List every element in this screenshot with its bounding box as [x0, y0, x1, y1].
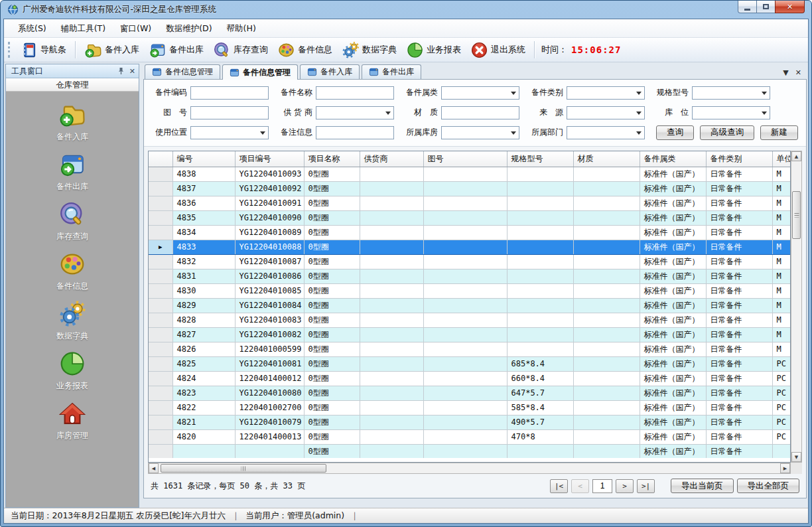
table-row[interactable]: 4821YG122040100790型圈490*5.7标准件（国产）日常备件PC	[149, 415, 791, 429]
part-code-input[interactable]	[190, 86, 269, 100]
material-input[interactable]	[441, 106, 519, 119]
new-button[interactable]: 新建	[760, 125, 798, 140]
part-name-input[interactable]	[316, 86, 394, 100]
toolbar-grip-icon[interactable]	[8, 42, 13, 58]
part-class-select[interactable]	[441, 86, 519, 100]
table-cell: M	[772, 254, 791, 269]
table-row[interactable]: 4837YG122040100920型圈标准件（国产）日常备件M	[149, 181, 791, 196]
column-header[interactable]: 单位	[772, 151, 791, 167]
column-header[interactable]: 材质	[573, 151, 640, 167]
table-row[interactable]: 4829YG122040100840型圈标准件（国产）日常备件M	[149, 298, 791, 313]
query-button[interactable]: 查询	[656, 125, 694, 140]
tab[interactable]: 备件出库	[362, 64, 421, 79]
table-row[interactable]: 4823YG122040100800型圈647*5.7标准件（国产）日常备件PC	[149, 386, 791, 400]
table-row-selected[interactable]: ▶4833YG122040100880型圈标准件（国产）日常备件M	[149, 240, 791, 254]
table-row[interactable]: 482012204014000130型圈470*8标准件（国产）日常备件PC	[149, 429, 791, 444]
table-row[interactable]: 4834YG122040100890型圈标准件（国产）日常备件M	[149, 225, 791, 240]
table-row[interactable]: 4832YG122040100870型圈标准件（国产）日常备件M	[149, 254, 791, 269]
advanced-query-button[interactable]: 高级查询	[700, 125, 754, 140]
toolbar-button[interactable]: 业务报表	[401, 40, 466, 60]
menu-item[interactable]: 数据维护(D)	[159, 20, 219, 37]
table-row[interactable]: 4831YG122040100860型圈标准件（国产）日常备件M	[149, 269, 791, 283]
sidebar-item[interactable]: 业务报表	[56, 350, 88, 392]
toolbar-button[interactable]: 导航条	[15, 40, 71, 60]
drawing-no-input[interactable]	[190, 106, 269, 119]
dock-group-header[interactable]: 仓库管理	[6, 78, 139, 92]
tab[interactable]: 备件信息管理	[145, 64, 220, 79]
first-page-button[interactable]: |<	[550, 479, 568, 493]
column-header[interactable]: 规格型号	[507, 151, 573, 167]
row-marker-column-header[interactable]	[149, 151, 172, 167]
tab-close-icon[interactable]: ✕	[795, 69, 801, 76]
usage-position-select[interactable]	[190, 126, 269, 139]
table-row[interactable]: 482412204014000120型圈660*8.4标准件（国产）日常备件PC	[149, 371, 791, 386]
sidebar-item[interactable]: 备件出库	[56, 151, 88, 192]
column-header[interactable]: 编号	[172, 151, 235, 167]
page-number-input[interactable]	[592, 479, 612, 493]
toolbar-button[interactable]: 库存查询	[208, 40, 273, 60]
table-row[interactable]: 4830YG122040100850型圈标准件（国产）日常备件M	[149, 283, 791, 298]
department-select[interactable]	[567, 126, 645, 139]
vertical-scrollbar-thumb[interactable]	[792, 191, 801, 239]
scroll-up-icon[interactable]: ▲	[791, 151, 801, 161]
scroll-down-icon[interactable]: ▼	[791, 452, 801, 462]
column-header[interactable]: 备件属类	[640, 151, 706, 167]
tab-list-dropdown-icon[interactable]: ▼	[783, 69, 788, 76]
menu-item[interactable]: 帮助(H)	[220, 20, 263, 37]
minimize-button[interactable]	[738, 1, 757, 13]
menu-item[interactable]: 窗口(W)	[113, 20, 159, 37]
tab[interactable]: 备件入库	[300, 64, 360, 79]
sidebar-item[interactable]: 备件入库	[56, 101, 88, 143]
pin-icon[interactable]	[117, 67, 125, 75]
location-select[interactable]	[692, 106, 770, 119]
table-row[interactable]: 4835YG122040100900型圈标准件（国产）日常备件M	[149, 210, 791, 225]
spec-model-select[interactable]	[692, 86, 770, 100]
export-all-pages-button[interactable]: 导出全部页	[737, 479, 800, 493]
toolbar-button[interactable]: 备件入库	[80, 40, 144, 60]
table-cell	[423, 254, 507, 269]
table-cell	[573, 415, 640, 429]
menu-item[interactable]: 辅助工具(T)	[54, 20, 113, 37]
dock-close-icon[interactable]: ✕	[129, 68, 135, 75]
sidebar-item[interactable]: 备件信息	[56, 250, 88, 292]
toolbar-button[interactable]: 退出系统	[466, 40, 530, 60]
table-row[interactable]: 482212204010027000型圈585*8.4标准件（国产）日常备件PC	[149, 400, 791, 415]
sidebar-item[interactable]: 数据字典	[56, 300, 88, 342]
tab-active[interactable]: 备件信息管理	[222, 64, 298, 80]
table-row[interactable]: 4836YG122040100910型圈标准件（国产）日常备件M	[149, 196, 791, 210]
supplier-select[interactable]	[316, 106, 394, 119]
sidebar-item[interactable]: 库房管理	[56, 400, 88, 441]
toolbar-button[interactable]: 备件出库	[144, 40, 208, 60]
next-page-button[interactable]: >	[616, 479, 634, 493]
remark-input[interactable]	[316, 126, 394, 139]
column-header[interactable]: 供货商	[360, 151, 423, 167]
part-type-select[interactable]	[567, 86, 645, 100]
close-button[interactable]: ✕	[775, 1, 805, 13]
table-row[interactable]: 4838YG122040100930型圈标准件（国产）日常备件M	[149, 167, 791, 181]
column-header[interactable]: 备件类别	[706, 151, 772, 167]
toolbar-button[interactable]: 备件信息	[273, 40, 337, 60]
column-header[interactable]: 图号	[423, 151, 507, 167]
table-cell: 标准件（国产）	[640, 240, 706, 254]
maximize-button[interactable]	[757, 1, 775, 13]
column-header[interactable]: 项目编号	[235, 151, 304, 167]
source-select[interactable]	[567, 106, 645, 119]
table-row[interactable]: 4825YG122040100810型圈685*8.4标准件（国产）日常备件PC	[149, 356, 791, 371]
scroll-right-icon[interactable]: ▶	[780, 463, 790, 473]
table-row[interactable]: 4828YG122040100830型圈标准件（国产）日常备件M	[149, 313, 791, 327]
export-current-page-button[interactable]: 导出当前页	[671, 479, 734, 493]
sidebar-item[interactable]: 库存查询	[56, 200, 88, 242]
vertical-scrollbar[interactable]: ▲ ▼	[791, 151, 802, 463]
last-page-button[interactable]: >|	[637, 479, 655, 493]
table-cell: 标准件（国产）	[640, 356, 706, 371]
toolbar-button[interactable]: 数据字典	[337, 40, 401, 60]
scroll-left-icon[interactable]: ◀	[149, 463, 159, 473]
menu-item[interactable]: 系统(S)	[11, 20, 54, 37]
table-row-partial[interactable]: 0型圈标准件（国产）日常备件	[149, 444, 791, 458]
horizontal-scrollbar-thumb[interactable]	[161, 464, 326, 473]
table-row[interactable]: 482612204010005990型圈标准件（国产）日常备件M	[149, 342, 791, 356]
table-row[interactable]: 4827YG122040100820型圈标准件（国产）日常备件M	[149, 327, 791, 342]
horizontal-scrollbar[interactable]: ◀ ▶	[148, 463, 791, 474]
column-header[interactable]: 项目名称	[304, 151, 360, 167]
warehouse-select[interactable]	[441, 126, 519, 139]
